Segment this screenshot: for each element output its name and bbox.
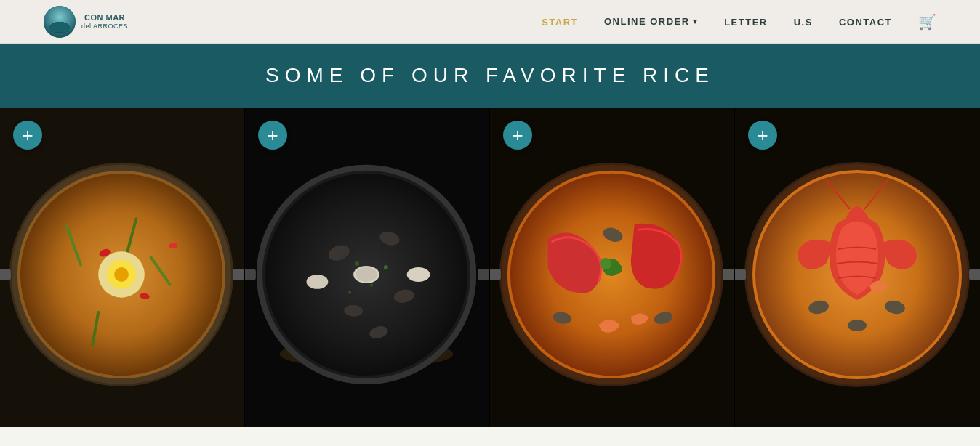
add-button-2[interactable]: + bbox=[258, 121, 287, 150]
svg-rect-20 bbox=[233, 269, 244, 280]
svg-point-38 bbox=[384, 265, 388, 269]
nav-item-contact[interactable]: CONTACT bbox=[839, 15, 892, 28]
svg-rect-40 bbox=[245, 269, 256, 280]
banner-heading: SOME OF OUR FAVORITE RICE bbox=[15, 64, 965, 87]
nav-links: START ONLINE ORDER LETTER U.S CONTACT 🛒 bbox=[542, 13, 936, 31]
svg-rect-41 bbox=[478, 269, 489, 280]
svg-point-37 bbox=[370, 284, 373, 287]
nav-item-letter[interactable]: LETTER bbox=[724, 15, 768, 28]
rice-item-3[interactable]: + bbox=[490, 108, 735, 427]
svg-point-51 bbox=[600, 258, 611, 269]
svg-point-52 bbox=[612, 264, 622, 274]
svg-rect-66 bbox=[969, 269, 980, 280]
svg-point-36 bbox=[355, 261, 359, 266]
rice-item-2[interactable]: + bbox=[245, 108, 490, 427]
nav-item-us[interactable]: U.S bbox=[794, 15, 813, 28]
svg-rect-53 bbox=[490, 269, 501, 280]
nav-cart[interactable]: 🛒 bbox=[918, 13, 936, 31]
nav-link-contact[interactable]: CONTACT bbox=[839, 17, 892, 28]
svg-point-33 bbox=[356, 267, 377, 282]
svg-point-39 bbox=[348, 291, 351, 294]
add-button-3[interactable]: + bbox=[503, 121, 532, 150]
cart-icon[interactable]: 🛒 bbox=[918, 14, 936, 30]
nav-link-us[interactable]: U.S bbox=[794, 17, 813, 28]
svg-rect-65 bbox=[735, 269, 746, 280]
svg-point-35 bbox=[306, 275, 328, 289]
nav-item-online-order[interactable]: ONLINE ORDER bbox=[604, 16, 698, 27]
svg-rect-54 bbox=[723, 269, 734, 280]
svg-point-64 bbox=[848, 320, 867, 331]
navigation: CON MAR del ARROCES START ONLINE ORDER L… bbox=[0, 0, 980, 44]
svg-point-34 bbox=[407, 267, 430, 282]
svg-point-18 bbox=[114, 267, 129, 282]
section-banner: SOME OF OUR FAVORITE RICE bbox=[0, 44, 980, 108]
rice-grid: + bbox=[0, 108, 980, 427]
rice-item-1[interactable]: + bbox=[0, 108, 245, 427]
nav-item-start[interactable]: START bbox=[542, 15, 578, 28]
logo-text: CON MAR del ARROCES bbox=[81, 13, 128, 31]
svg-point-2 bbox=[49, 22, 70, 33]
nav-link-start[interactable]: START bbox=[542, 17, 578, 28]
nav-link-letter[interactable]: LETTER bbox=[724, 17, 768, 28]
nav-link-online-order[interactable]: ONLINE ORDER bbox=[604, 16, 698, 27]
svg-rect-19 bbox=[0, 269, 11, 280]
add-button-1[interactable]: + bbox=[13, 121, 42, 150]
rice-item-4[interactable]: + bbox=[735, 108, 980, 427]
svg-point-3 bbox=[51, 22, 68, 31]
add-button-4[interactable]: + bbox=[748, 121, 777, 150]
logo[interactable]: CON MAR del ARROCES bbox=[44, 6, 128, 38]
logo-image bbox=[44, 6, 76, 38]
